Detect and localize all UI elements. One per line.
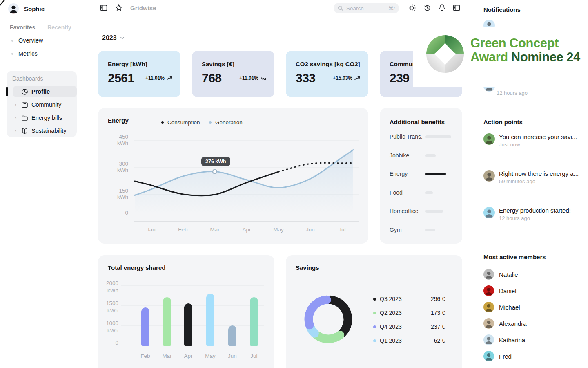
book-icon — [21, 128, 28, 135]
x-tick: Jun — [223, 353, 241, 359]
data-point-marker — [213, 170, 217, 174]
right-panel-toggle-button[interactable] — [452, 4, 461, 12]
trend-up-icon — [167, 76, 172, 81]
sidebar-item-label: Sustainability — [31, 128, 66, 134]
x-tick: Mar — [158, 353, 176, 359]
favorite-button[interactable] — [115, 4, 123, 12]
chart-tooltip: 276 kWh — [201, 157, 230, 166]
donut-segment — [330, 300, 348, 333]
folder-icon — [21, 114, 28, 121]
x-tick: Feb — [174, 227, 192, 233]
gridline — [134, 194, 359, 195]
chevron-right-icon: › — [13, 114, 18, 121]
member-name: Fred — [499, 353, 512, 360]
y-tick: 1000 kWh — [101, 320, 118, 334]
member-name: Michael — [499, 304, 520, 311]
benefits-panel: Additional benefits Public Trans. Jobbik… — [380, 108, 462, 244]
sidebar-item-energy-bills[interactable]: › Energy bills — [13, 112, 77, 123]
member-item[interactable]: Katharina — [483, 334, 525, 345]
bar-may — [206, 294, 214, 346]
corner-mark — [0, 0, 6, 6]
bars-area — [121, 285, 264, 346]
benefit-bar — [425, 173, 446, 175]
notification-timestamp: 12 hours ago — [497, 90, 528, 96]
sidebar-item-metrics[interactable]: Metrics — [11, 50, 38, 57]
pie-chart-icon — [21, 88, 28, 95]
sidebar-item-sustainability[interactable]: › Sustainability — [13, 125, 77, 137]
tab-favorites[interactable]: Favorites — [10, 24, 35, 31]
action-avatar — [483, 133, 495, 145]
member-avatar — [483, 318, 494, 329]
y-tick: 1500 kWh — [101, 300, 118, 314]
action-title: Right now there is energy a... — [499, 170, 579, 177]
year-selector[interactable]: 2023 — [102, 34, 125, 42]
benefit-bar — [425, 191, 433, 194]
stat-value: 333 — [296, 71, 316, 85]
sidebar-item-overview[interactable]: Overview — [11, 37, 43, 44]
legend-dot — [373, 339, 376, 342]
benefit-row: Gym — [390, 226, 452, 234]
sidebar-item-label: Metrics — [18, 50, 38, 57]
benefit-row: Homeoffice — [390, 207, 452, 215]
benefits-title: Additional benefits — [390, 119, 445, 126]
user-profile[interactable]: Sophie — [8, 3, 45, 14]
stat-title: CO2 savings [kg CO2] — [296, 61, 360, 67]
action-avatar — [483, 170, 495, 182]
y-tick: 0 — [108, 210, 128, 216]
timeline-connector — [488, 150, 488, 165]
sidebar-item-community[interactable]: › Community — [13, 99, 77, 110]
action-point-item[interactable]: Right now there is energy a... 59 minute… — [483, 170, 579, 184]
action-title: Energy production started! — [499, 207, 571, 214]
benefit-row: Public Trans. — [390, 132, 452, 141]
inbox-icon — [21, 101, 28, 108]
chevron-right-icon: › — [13, 128, 18, 134]
sidebar-item-profile[interactable]: Profile — [13, 86, 77, 97]
donut-chart-title: Savings — [296, 264, 319, 271]
member-name: Katharina — [499, 337, 525, 343]
bell-icon — [438, 4, 446, 12]
sidebar-toggle-button[interactable] — [100, 4, 108, 12]
person-icon — [8, 3, 19, 14]
action-points-title: Action points — [483, 119, 523, 126]
stat-card-co2: CO2 savings [kg CO2] 333 +15.03% — [286, 51, 368, 97]
action-point-item[interactable]: Energy production started! 12 hours ago — [483, 207, 571, 221]
theme-toggle-button[interactable] — [408, 4, 416, 12]
legend-row: Q4 2023 237 € — [373, 323, 445, 330]
bar-feb — [141, 307, 149, 346]
member-avatar — [483, 334, 494, 345]
sidebar: Sophie Favorites Recently Overview Metri… — [0, 0, 86, 368]
member-item[interactable]: Fred — [483, 351, 512, 361]
star-icon — [115, 4, 123, 12]
green-concept-award-logo-icon — [425, 34, 466, 74]
x-tick: Apr — [238, 227, 256, 233]
energy-chart-panel: Energy Consumption Generation 450 kWh 30… — [98, 108, 368, 244]
divider — [149, 116, 149, 127]
bar-apr — [184, 303, 192, 346]
action-timestamp: 59 minutes ago — [499, 178, 579, 184]
member-item[interactable]: Daniel — [483, 285, 517, 296]
x-tick: Jul — [245, 353, 263, 359]
award-line1: Green Concept — [470, 36, 559, 50]
y-tick: 300 kWh — [108, 161, 128, 173]
gridline — [134, 167, 359, 168]
action-point-item[interactable]: You can increase your savi... Just now — [483, 133, 577, 148]
y-tick: 450 kWh — [108, 134, 128, 146]
search-input[interactable]: Search ⌘/ — [334, 3, 399, 13]
stat-value: 768 — [202, 71, 222, 85]
benefit-bar — [425, 135, 451, 138]
top-bar: Gridwise Search ⌘/ — [86, 0, 474, 22]
notifications-button[interactable] — [438, 4, 446, 12]
member-item[interactable]: Natalie — [483, 269, 518, 280]
legend-dot — [209, 121, 212, 124]
members-title: Most active members — [483, 254, 546, 260]
member-name: Natalie — [499, 271, 518, 278]
member-item[interactable]: Michael — [483, 302, 520, 312]
tab-recently[interactable]: Recently — [47, 24, 71, 31]
member-item[interactable]: Alexandra — [483, 318, 527, 329]
notifications-title: Notifications — [483, 6, 521, 13]
member-avatar — [483, 302, 494, 312]
avatar — [8, 3, 19, 14]
history-button[interactable] — [423, 4, 432, 12]
x-tick: Jan — [142, 227, 160, 233]
gridline — [134, 140, 359, 141]
